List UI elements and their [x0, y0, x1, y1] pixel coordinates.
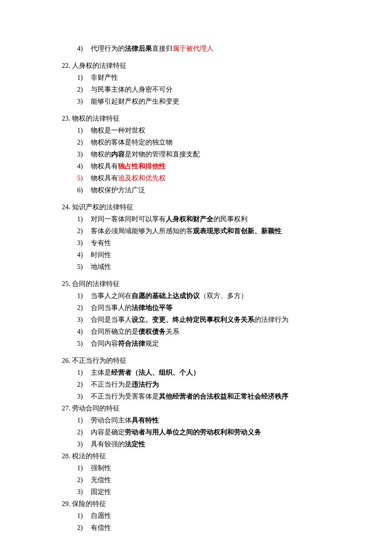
- item-marker: 1): [77, 124, 91, 136]
- item-content: 主体是经营者（法人、组织、个人）: [91, 367, 200, 379]
- item-content: 无偿性: [91, 474, 111, 486]
- item-marker: 6): [77, 184, 91, 196]
- outline-section: 22. 人身权的法律特征1)非财产性2)与民事主体的人身密不可分3)能够引起财产…: [62, 60, 330, 107]
- item-marker: 1): [77, 290, 91, 302]
- item-content: 非财产性: [91, 72, 118, 84]
- item-marker: 4): [77, 249, 91, 261]
- list-item: 3)能够引起财产权的产生和变更: [77, 95, 330, 107]
- list-item: 1)劳动合同主体具有特性: [77, 414, 330, 426]
- text-run: 规定: [145, 340, 159, 347]
- item-marker: 5): [77, 338, 91, 350]
- list-item: 2)客体必须局域能够为人所感知的客观表现形式和首创新、新颖性: [77, 225, 330, 237]
- outline-section: 29. 保险的特征1)自愿性2)有偿性: [62, 498, 330, 534]
- text-run: 人身权和财产全: [166, 215, 213, 223]
- list-item: 1)主体是经营者（法人、组织、个人）: [77, 367, 330, 379]
- section-number: 26.: [62, 357, 72, 364]
- item-content: 强制性: [91, 462, 111, 474]
- list-item: 6)物权保护方法广泛: [77, 184, 330, 196]
- item-content: 与民事主体的人身密不可分: [91, 84, 173, 95]
- item-marker: 1): [77, 367, 91, 379]
- text-run: 法定性: [125, 440, 145, 448]
- text-run: 能够引起财产权的产生和变更: [91, 98, 179, 105]
- item-content: 自愿性: [91, 510, 111, 522]
- section-title-text: 保险的特征: [72, 500, 106, 507]
- item-content: 能够引起财产权的产生和变更: [91, 95, 179, 107]
- text-run: 独占性和排他性: [118, 162, 166, 170]
- list-item: 3)不正当行为受害客体是其他经营者的合法权益和正常社会经济秩序: [77, 390, 330, 402]
- item-marker: 4): [77, 43, 91, 55]
- item-marker: 2): [77, 426, 91, 438]
- text-run: 关系: [166, 328, 179, 335]
- text-run: 追及权和优先权: [118, 174, 166, 182]
- section-number: 24.: [62, 203, 72, 211]
- item-content: 时间性: [91, 249, 111, 261]
- section-heading: 29. 保险的特征: [62, 498, 330, 510]
- outline-section: 24. 知识产权的法律特征1)对同一客体同时可以享有人身权和财产全的民事权利2)…: [62, 201, 330, 273]
- text-run: 有偿性: [91, 524, 111, 531]
- item-content: 合同内容符合法律规定: [91, 338, 159, 350]
- item-content: 物权的客体是特定的独立物: [91, 136, 173, 148]
- list-item: 2)无偿性: [77, 474, 330, 486]
- item-marker: 2): [77, 474, 91, 486]
- text-run: 与民事主体的人身密不可分: [91, 86, 173, 93]
- item-marker: 2): [77, 302, 91, 314]
- item-content: 不正当行为受害客体是其他经营者的合法权益和正常社会经济秩序: [91, 390, 288, 402]
- item-content: 合同当事人的法律地位平等: [91, 302, 173, 314]
- item-content: 当事人之间在自愿的基础上达成协议（双方、多方）: [91, 290, 248, 302]
- item-marker: 3): [77, 486, 91, 498]
- text-run: 的民事权利: [213, 215, 248, 223]
- section-title-text: 不正当行为的特征: [72, 357, 127, 364]
- text-run: 法律后果: [125, 45, 152, 52]
- section-heading: 22. 人身权的法律特征: [62, 60, 330, 72]
- list-item: 4)物权具有独占性和排他性: [77, 160, 330, 172]
- list-item: 3)物权的内容是对物的管理和直接支配: [77, 148, 330, 160]
- item-marker: 2): [77, 84, 91, 95]
- text-run: 自愿的基础上达成协议: [132, 292, 200, 299]
- item-marker: 3): [77, 438, 91, 450]
- text-run: 劳动合同主体: [91, 416, 132, 424]
- text-run: 物权的客体是特定的独立物: [91, 139, 173, 146]
- text-run: 不正当行为是: [91, 381, 132, 388]
- item-content: 物权具有独占性和排他性: [91, 160, 166, 172]
- item-content: 对同一客体同时可以享有人身权和财产全的民事权利: [91, 213, 248, 225]
- text-run: 代理行为的: [91, 45, 125, 52]
- text-run: 物权具有: [91, 174, 118, 182]
- item-content: 固定性: [91, 486, 111, 498]
- text-run: 自愿性: [91, 512, 111, 519]
- item-content: 有偿性: [91, 522, 111, 534]
- outline-section: 27. 劳动合同的特征1)劳动合同主体具有特性2)内容是确定劳动者与用人单位之间…: [62, 402, 330, 450]
- list-item: 4)代理行为的法律后果直接归属于被代理人: [77, 43, 330, 55]
- item-marker: 3): [77, 95, 91, 107]
- item-content: 具有较强的法定性: [91, 438, 145, 450]
- text-run: 合同是当事人: [91, 316, 132, 323]
- list-item: 2)物权的客体是特定的独立物: [77, 136, 330, 148]
- outline-section: 28. 税法的特征1)强制性2)无偿性3)固定性: [62, 450, 330, 498]
- sub-list: 1)非财产性2)与民事主体的人身密不可分3)能够引起财产权的产生和变更: [77, 72, 330, 107]
- text-run: 专有性: [91, 239, 111, 246]
- text-run: 债权债务: [138, 328, 166, 335]
- item-content: 合同所确立的是债权债务关系: [91, 326, 179, 338]
- section-title-text: 物权的法律特征: [72, 115, 120, 122]
- list-item: 5)物权具有追及权和优先权: [77, 172, 330, 184]
- sub-list: 1)劳动合同主体具有特性2)内容是确定劳动者与用人单位之间的劳动权利和劳动义务3…: [77, 414, 330, 450]
- list-item: 1)强制性: [77, 462, 330, 474]
- item-marker: 2): [77, 522, 91, 534]
- section-title-text: 知识产权的法律特征: [72, 203, 133, 211]
- text-run: 时间性: [91, 251, 111, 258]
- list-item: 2)与民事主体的人身密不可分: [77, 84, 330, 95]
- text-run: 具有较强的: [91, 440, 125, 448]
- text-run: 物权具有: [91, 162, 118, 170]
- text-run: 内容: [111, 150, 125, 158]
- section-title-text: 合同的法律特征: [72, 280, 120, 287]
- item-content: 代理行为的法律后果直接归属于被代理人: [91, 43, 213, 55]
- sub-list: 1)当事人之间在自愿的基础上达成协议（双方、多方）2)合同当事人的法律地位平等3…: [77, 290, 330, 350]
- text-run: 主体是: [91, 369, 111, 376]
- list-item: 1)当事人之间在自愿的基础上达成协议（双方、多方）: [77, 290, 330, 302]
- item-content: 专有性: [91, 237, 111, 249]
- item-marker: 3): [77, 390, 91, 402]
- outline-section: 23. 物权的法律特征1)物权是一种对世权2)物权的客体是特定的独立物3)物权的…: [62, 113, 330, 196]
- text-run: 设立、变更、终止特定民事权利义务关系: [132, 316, 254, 323]
- list-item: 5)地域性: [77, 261, 330, 273]
- list-item: 1)非财产性: [77, 72, 330, 84]
- text-run: 合同当事人的: [91, 304, 132, 311]
